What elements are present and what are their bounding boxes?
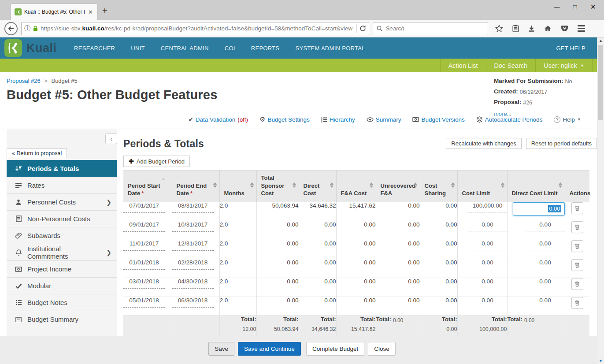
nav-item-central-admin[interactable]: CENTRAL ADMIN [161,45,209,52]
window-maximize-icon[interactable]: □ [573,3,577,11]
user-menu[interactable]: User: nglick▼ [535,59,593,72]
cost-limit-field[interactable]: 0.00 [468,221,507,231]
scroll-up-icon[interactable]: ▲ [597,38,604,43]
browser-tab[interactable]: Kuali :: Budget #5: Other Bud ✕ [11,4,98,20]
pocket-icon[interactable] [561,25,568,32]
more-link[interactable]: more... [494,111,511,117]
nav-item-coi[interactable]: COI [225,45,235,52]
col-period-start-date[interactable]: Period Start Date* [123,171,172,202]
save-and-continue-button[interactable]: Save and Continue [238,342,301,356]
period-end-field[interactable]: 10/31/2017 [172,221,214,232]
sort-icon[interactable] [451,182,455,188]
budget-settings-link[interactable]: ⚙ Budget Settings [259,115,310,123]
direct-cost-limit-field[interactable]: 0.00 [526,278,565,288]
page-scrollbar[interactable]: ▲ ▼ [597,37,604,364]
delete-period-button[interactable] [571,278,583,290]
bookmark-star-icon[interactable] [495,25,503,32]
col-cost-sharing[interactable]: Cost Sharing [420,171,457,202]
sidebar-collapse-button[interactable]: ‹ [105,133,117,144]
sort-icon[interactable] [370,182,373,188]
menu-icon[interactable] [578,25,585,32]
budget-versions-link[interactable]: Budget Versions [412,116,464,123]
col-total-sponsor-cost[interactable]: Total Sponsor Cost [256,171,299,202]
sidebar-item-personnel-costs[interactable]: Personnel Costs ❯ [7,193,117,210]
cost-limit-field[interactable]: 0.00 [468,240,507,250]
delete-period-button[interactable] [571,240,583,252]
period-start-field[interactable]: 11/01/2017 [123,240,165,251]
period-start-field[interactable]: 05/01/2018 [123,297,165,308]
search-bar[interactable]: Search [373,22,488,35]
period-start-field[interactable]: 01/01/2018 [123,259,165,270]
nav-item-unit[interactable]: UNIT [131,45,145,52]
direct-cost-limit-field[interactable]: 0.00 [526,221,565,231]
period-end-field[interactable]: 04/30/2018 [172,278,214,289]
period-end-field[interactable]: 08/31/2017 [172,202,214,213]
save-button[interactable]: Save [208,342,234,356]
sort-icon[interactable] [559,182,562,188]
url-bar[interactable]: ⓘ https://siue-sbx.kuali.co/res/kc-pd-kr… [21,22,369,35]
scroll-down-icon[interactable]: ▼ [597,359,604,363]
kuali-logo[interactable]: Kuali [0,39,74,57]
url-text[interactable]: https://siue-sbx.kuali.co/res/kc-pd-krad… [41,25,354,32]
col-unrecovered-fa[interactable]: Unrecovered F&A [376,171,420,202]
sidebar-item-periods-totals[interactable]: Periods & Totals [7,160,117,177]
sort-icon[interactable] [250,182,254,188]
sort-icon[interactable] [213,182,217,188]
sort-icon[interactable] [293,182,296,188]
nav-item-researcher[interactable]: RESEARCHER [74,45,115,52]
cost-limit-field[interactable]: 100,000.00 [468,202,507,212]
window-close-icon[interactable]: ✕ [590,3,596,11]
col-cost-limit[interactable]: Cost Limit [457,171,507,202]
recalculate-button[interactable]: Recalculate with changes [446,138,521,149]
data-validation-link[interactable]: ✔ Data Validation (off) [188,116,248,123]
reset-defaults-button[interactable]: Reset to period defaults [526,138,597,149]
summary-link[interactable]: Summary [367,116,401,123]
period-end-field[interactable]: 02/28/2018 [172,259,214,270]
add-budget-period-button[interactable]: ✚ Add Budget Period [123,156,190,167]
nav-item-system-admin-portal[interactable]: SYSTEM ADMIN PORTAL [295,45,365,52]
cost-limit-field[interactable]: 0.00 [468,297,507,307]
col-fa-cost[interactable]: F&A Cost [336,171,376,202]
cost-limit-field[interactable]: 0.00 [468,278,507,288]
site-info-icon[interactable]: ⓘ [24,25,30,33]
doc-search-link[interactable]: Doc Search [486,59,536,72]
tab-close-icon[interactable]: ✕ [87,9,94,15]
sidebar-item-institutional-commitments[interactable]: Institutional Commitments ❯ [7,244,117,260]
close-button[interactable]: Close [368,342,396,356]
period-end-field[interactable]: 12/31/2017 [172,240,214,251]
scrollbar-thumb[interactable] [598,45,603,120]
col-direct-cost-limit[interactable]: Direct Cost Limit [507,171,565,202]
downloads-icon[interactable] [528,25,535,32]
sidebar-item-modular[interactable]: Modular [7,277,117,294]
delete-period-button[interactable] [571,259,583,271]
sort-icon[interactable] [414,182,417,188]
period-start-field[interactable]: 03/01/2018 [123,278,165,289]
cost-limit-field[interactable]: 0.00 [468,259,507,269]
sidebar-item-non-personnel-costs[interactable]: Non-Personnel Costs [7,210,117,227]
nav-item-reports[interactable]: REPORTS [251,45,280,52]
sidebar-item-project-income[interactable]: Project Income [7,260,117,277]
delete-period-button[interactable] [571,297,583,309]
sidebar-item-budget-notes[interactable]: Budget Notes [7,294,117,311]
sort-icon[interactable] [330,182,333,188]
sort-icon[interactable] [501,182,504,188]
complete-budget-button[interactable]: Complete Budget [306,342,364,356]
sidebar-item-subawards[interactable]: Subawards [7,227,117,244]
sidebar-item-budget-summary[interactable]: Budget Summary [7,311,117,327]
delete-period-button[interactable] [571,202,583,214]
col-direct-cost[interactable]: Direct Cost [299,171,336,202]
sidebar-item-rates[interactable]: Rates [7,177,117,193]
window-minimize-icon[interactable]: — [554,4,560,10]
direct-cost-limit-field[interactable]: 0.00 [526,259,565,269]
direct-cost-limit-field[interactable]: 0.00 [526,240,565,250]
col-period-end-date[interactable]: Period End Date* [172,171,219,202]
direct-cost-limit-input[interactable]: 0.00 [513,202,565,215]
direct-cost-limit-field[interactable]: 0.00 [526,297,565,307]
reading-list-icon[interactable] [512,25,519,32]
period-end-field[interactable]: 06/30/2018 [172,297,214,308]
home-icon[interactable] [544,25,552,32]
reload-icon[interactable] [359,25,366,32]
action-list-link[interactable]: Action List [440,59,486,72]
col-months[interactable]: Months [219,171,256,202]
delete-period-button[interactable] [571,221,583,233]
